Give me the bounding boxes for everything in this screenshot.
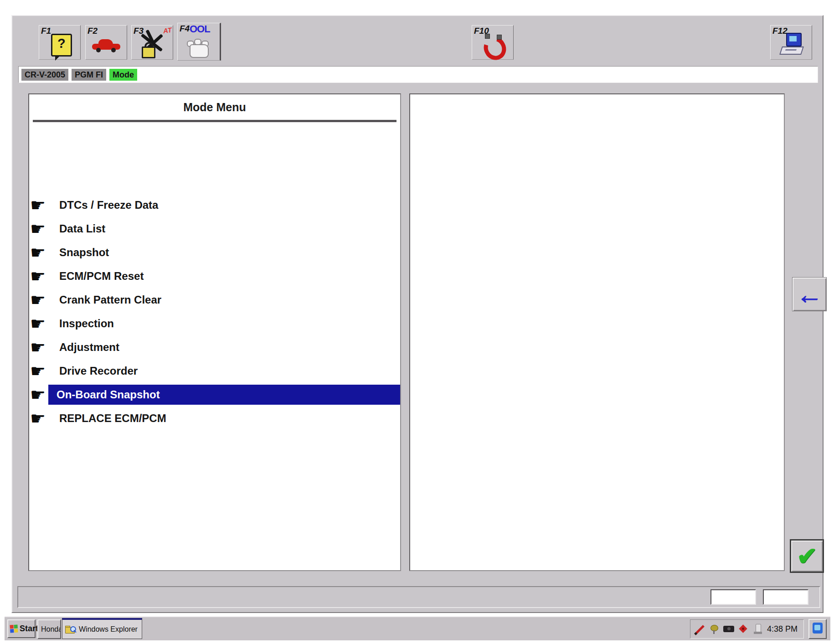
tab-f4-mode-active[interactable]: F4 OOL xyxy=(177,23,221,61)
breadcrumb-system[interactable]: PGM FI xyxy=(72,69,106,81)
menu-item-adjustment[interactable]: Adjustment xyxy=(29,335,400,359)
mode-menu-title: Mode Menu xyxy=(29,101,400,114)
status-bar xyxy=(17,586,820,608)
start-button[interactable]: Start xyxy=(7,619,36,638)
tray-connector-icon[interactable] xyxy=(752,623,763,635)
menu-item-crank-pattern-clear[interactable]: Crank Pattern Clear xyxy=(29,288,400,312)
menu-item-dtcs-freeze-data[interactable]: DTCs / Freeze Data xyxy=(29,193,400,217)
tab-f3-red-text: AT xyxy=(163,26,172,35)
pointing-hand-icon xyxy=(29,196,48,214)
pointing-hand-icon xyxy=(29,220,48,237)
tab-f2-vehicle[interactable]: F2 xyxy=(85,25,127,60)
tray-pen-icon[interactable] xyxy=(694,623,705,635)
back-button[interactable] xyxy=(792,277,827,311)
taskbar-item-windows-explorer[interactable]: Windows Explorer xyxy=(62,618,142,639)
tab-f12-label: F12 xyxy=(772,26,788,36)
mode-menu-panel: Mode Menu DTCs / Freeze Data Data List S… xyxy=(28,93,401,571)
tab-f1-help[interactable]: F1 xyxy=(39,25,81,60)
tray-corner-icon[interactable] xyxy=(808,619,827,639)
tab-f12-print[interactable]: F12 xyxy=(770,25,812,60)
menu-item-drive-recorder[interactable]: Drive Recorder xyxy=(29,359,400,383)
tab-f10-scope[interactable]: F10 xyxy=(472,25,514,60)
menu-item-on-board-snapshot-selected[interactable]: On-Board Snapshot xyxy=(29,383,400,407)
windows-logo-icon xyxy=(10,624,18,633)
confirm-button[interactable] xyxy=(790,539,824,573)
help-icon xyxy=(51,34,72,57)
pointing-hand-icon xyxy=(29,339,48,356)
breadcrumb: CR-V-2005 PGM FI Mode xyxy=(18,66,818,83)
pointing-hand-icon xyxy=(29,315,48,332)
pointing-hand-icon xyxy=(29,268,48,285)
menu-item-inspection[interactable]: Inspection xyxy=(29,312,400,335)
pointing-hand-icon xyxy=(29,244,48,261)
mode-menu-divider xyxy=(33,120,396,122)
menu-item-data-list[interactable]: Data List xyxy=(29,217,400,241)
pointing-hand-icon xyxy=(29,410,48,427)
hds-app-window: F1 F2 F3 AT F4 OOL F10 F12 xyxy=(11,15,824,613)
breadcrumb-vehicle[interactable]: CR-V-2005 xyxy=(21,69,68,81)
status-field-1 xyxy=(710,589,756,605)
taskbar: Start Honda D Windows Explorer 4:38 PM xyxy=(5,616,830,640)
windows-explorer-icon xyxy=(65,625,76,634)
clock: 4:38 PM xyxy=(767,624,798,634)
menu-item-ecm-pcm-reset[interactable]: ECM/PCM Reset xyxy=(29,264,400,288)
tab-f3-label: F3 xyxy=(134,26,144,36)
tray-alert-icon[interactable] xyxy=(738,623,749,635)
scope-icon xyxy=(483,34,501,55)
tab-f3-tools[interactable]: F3 AT xyxy=(131,25,173,60)
content-panel xyxy=(409,93,785,571)
breadcrumb-mode: Mode xyxy=(109,69,137,81)
tool-hand-icon xyxy=(186,37,211,57)
pointing-hand-icon xyxy=(29,291,48,309)
tray-pin-icon[interactable] xyxy=(709,623,720,635)
menu-item-snapshot[interactable]: Snapshot xyxy=(29,241,400,264)
green-check-icon xyxy=(797,544,817,568)
pointing-hand-icon xyxy=(29,362,48,380)
computer-print-icon xyxy=(780,33,804,57)
system-tray: 4:38 PM xyxy=(690,619,804,639)
tab-f10-label: F10 xyxy=(474,26,489,36)
tab-f1-label: F1 xyxy=(41,26,51,36)
car-icon xyxy=(92,38,120,53)
left-arrow-icon xyxy=(796,281,823,308)
tray-camera-icon[interactable] xyxy=(723,623,734,635)
tab-f4-blue-text: OOL xyxy=(190,23,210,35)
pointing-hand-icon xyxy=(29,386,48,403)
tab-f2-label: F2 xyxy=(88,26,98,36)
status-field-2 xyxy=(763,589,808,605)
tab-f4-label: F4 xyxy=(180,24,190,34)
mode-menu-list: DTCs / Freeze Data Data List Snapshot EC… xyxy=(29,193,400,430)
taskbar-item-honda[interactable]: Honda D xyxy=(37,619,61,639)
menu-item-replace-ecm-pcm[interactable]: REPLACE ECM/PCM xyxy=(29,407,400,430)
